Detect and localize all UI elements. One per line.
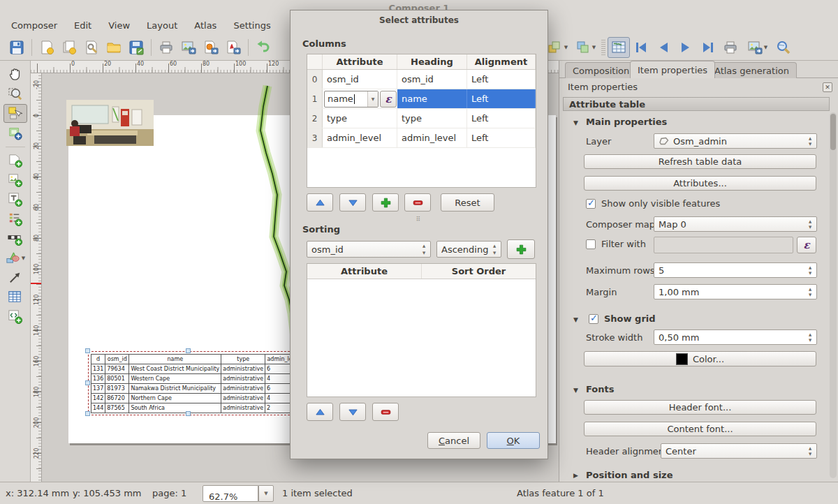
- add-column-button[interactable]: [372, 193, 399, 212]
- export-atlas-dropdown[interactable]: ▼: [742, 37, 772, 58]
- save-project-button[interactable]: [6, 37, 28, 58]
- export-image-button[interactable]: [177, 37, 200, 58]
- show-grid-checkbox[interactable]: [589, 314, 598, 324]
- expression-button[interactable]: [380, 91, 397, 108]
- columns-row[interactable]: 0 osm_id osm_id Left: [307, 70, 536, 89]
- add-scalebar-button[interactable]: [3, 229, 27, 248]
- sorting-order-combo[interactable]: Ascending: [436, 241, 501, 258]
- columns-row[interactable]: 2 type type Left: [307, 109, 536, 128]
- attribute-table-item[interactable]: dosm_idnametypeadmin_le 131 79634 West C…: [88, 351, 295, 415]
- toolbar-grip[interactable]: [601, 40, 605, 55]
- atlas-preview-toggle[interactable]: [608, 37, 630, 58]
- spinner-arrows-icon[interactable]: [490, 242, 499, 257]
- spinner-arrows-icon[interactable]: [806, 134, 814, 148]
- add-label-button[interactable]: [3, 190, 27, 209]
- splitter-handle[interactable]: ⠿: [291, 216, 547, 223]
- column-move-up-button[interactable]: [307, 193, 333, 212]
- add-shape-dropdown[interactable]: ▼: [3, 249, 27, 267]
- maximum-rows-spinner[interactable]: 5: [654, 262, 817, 278]
- spinner-arrows-icon[interactable]: [806, 444, 814, 458]
- reset-button[interactable]: Reset: [441, 193, 494, 212]
- zoom-dropdown-icon[interactable]: ▼: [258, 485, 274, 502]
- add-image-button[interactable]: [3, 170, 27, 189]
- cancel-button[interactable]: Cancel: [427, 432, 480, 449]
- load-from-template-button[interactable]: [103, 37, 125, 58]
- picture-item[interactable]: [66, 100, 154, 146]
- menu-item[interactable]: Edit: [66, 18, 100, 35]
- atlas-settings-button[interactable]: [772, 37, 795, 58]
- add-sort-button[interactable]: [507, 239, 535, 259]
- collapse-fonts-icon[interactable]: ▼: [573, 387, 578, 394]
- header-font-button[interactable]: Header font...: [584, 400, 816, 415]
- composition-manager-button[interactable]: [80, 37, 103, 58]
- content-font-button[interactable]: Content font...: [584, 422, 816, 436]
- menu-item[interactable]: Composer: [3, 18, 66, 35]
- new-composition-button[interactable]: [36, 37, 58, 58]
- column-move-down-button[interactable]: [339, 193, 366, 212]
- scrollbar-thumb[interactable]: [830, 114, 836, 150]
- resize-handle[interactable]: [85, 411, 90, 416]
- tab-composition[interactable]: Composition: [565, 62, 637, 78]
- add-legend-button[interactable]: [3, 209, 27, 228]
- sort-move-down-button[interactable]: [339, 403, 366, 421]
- composer-map-combo[interactable]: Map 0: [654, 216, 817, 232]
- tab-item-properties[interactable]: Item properties: [630, 61, 715, 78]
- header-alignment-combo[interactable]: Center: [661, 443, 817, 459]
- columns-row-selected[interactable]: 1 name ▼ name Left: [307, 89, 536, 109]
- spinner-arrows-icon[interactable]: [806, 330, 814, 344]
- move-item-content-button[interactable]: [3, 124, 27, 142]
- refresh-table-data-button[interactable]: Refresh table data: [584, 154, 816, 169]
- spinner-arrows-icon[interactable]: [806, 263, 814, 277]
- sort-move-up-button[interactable]: [307, 403, 333, 421]
- remove-sort-button[interactable]: [372, 403, 399, 421]
- menu-item[interactable]: Atlas: [186, 18, 225, 35]
- collapse-main-icon[interactable]: ▼: [573, 119, 578, 126]
- filter-with-checkbox[interactable]: [586, 239, 596, 249]
- ok-button[interactable]: OK: [487, 432, 540, 449]
- collapse-grid-icon[interactable]: ▼: [573, 316, 578, 323]
- margin-spinner[interactable]: 1,00 mm: [654, 284, 817, 299]
- menu-item[interactable]: View: [100, 18, 138, 35]
- resize-handle[interactable]: [85, 380, 90, 385]
- print-atlas-button[interactable]: [719, 37, 742, 58]
- panel-scrollbar[interactable]: [830, 112, 837, 478]
- expand-position-icon[interactable]: ▶: [573, 472, 578, 479]
- layer-combo[interactable]: Osm_admin: [654, 133, 817, 149]
- save-as-template-button[interactable]: [125, 37, 147, 58]
- duplicate-composition-button[interactable]: [58, 37, 80, 58]
- spinner-arrows-icon[interactable]: [806, 285, 814, 299]
- sorting-attribute-combo[interactable]: osm_id: [307, 241, 431, 258]
- attribute-combo-editor[interactable]: name ▼: [324, 91, 378, 108]
- show-visible-checkbox[interactable]: [586, 199, 596, 209]
- combo-arrow-icon[interactable]: ▼: [367, 91, 378, 107]
- grid-color-button[interactable]: Color...: [584, 351, 816, 366]
- add-html-frame-button[interactable]: [3, 307, 27, 326]
- menu-item[interactable]: Settings: [225, 18, 279, 35]
- add-arrow-button[interactable]: [3, 268, 27, 287]
- select-move-item-button[interactable]: [3, 104, 27, 123]
- atlas-previous-feature-button[interactable]: [652, 37, 675, 58]
- atlas-first-feature-button[interactable]: [630, 37, 652, 58]
- zoom-level-input[interactable]: 62.7%: [203, 485, 258, 502]
- resize-handle[interactable]: [186, 411, 191, 416]
- spinner-arrows-icon[interactable]: [806, 217, 814, 231]
- columns-row[interactable]: 3 admin_level admin_level Left: [307, 128, 536, 148]
- menu-item[interactable]: Layout: [138, 18, 186, 35]
- pan-tool-button[interactable]: [3, 65, 27, 84]
- undo-button[interactable]: [252, 37, 274, 58]
- atlas-next-feature-button[interactable]: [675, 37, 697, 58]
- remove-column-button[interactable]: [404, 193, 431, 212]
- zoom-tool-button[interactable]: [3, 84, 27, 103]
- spinner-arrows-icon[interactable]: [420, 242, 428, 257]
- atlas-last-feature-button[interactable]: [697, 37, 719, 58]
- resize-handle[interactable]: [186, 348, 191, 353]
- add-new-map-button[interactable]: [3, 151, 27, 170]
- group-items-dropdown[interactable]: ▼: [571, 37, 599, 58]
- export-svg-button[interactable]: [200, 37, 222, 58]
- export-pdf-button[interactable]: [222, 37, 244, 58]
- resize-handle[interactable]: [85, 348, 90, 353]
- filter-expression-button[interactable]: [797, 237, 816, 253]
- close-panel-icon[interactable]: [823, 82, 832, 92]
- add-attribute-table-button[interactable]: [3, 288, 27, 306]
- tab-atlas-generation[interactable]: Atlas generation: [707, 62, 797, 78]
